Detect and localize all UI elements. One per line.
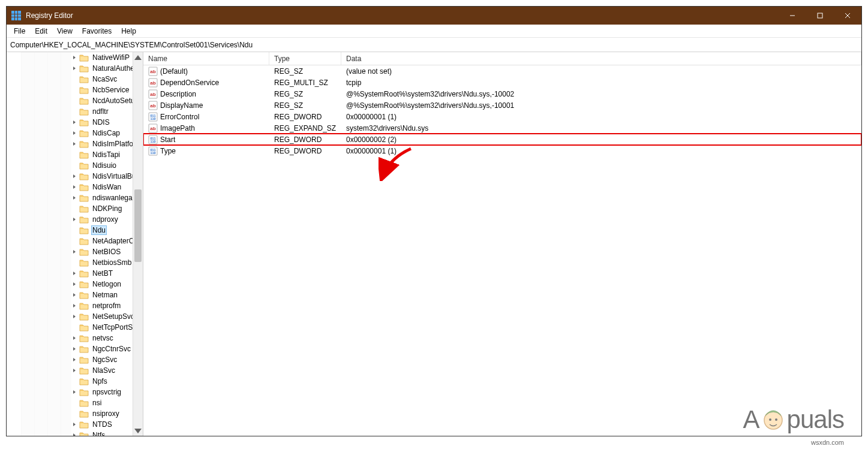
tree-item[interactable]: NetTcpPortSha [7,322,133,333]
expand-twisty-icon[interactable] [71,432,77,436]
folder-icon [79,140,89,148]
table-row[interactable]: (Default)REG_SZ(value not set) [143,65,861,77]
table-row[interactable]: DescriptionREG_SZ@%SystemRoot%\system32\… [143,88,861,100]
tree-item[interactable]: netprofm [7,300,133,311]
tree-item[interactable]: NcdAutoSetup [7,95,133,106]
string-value-icon [148,89,158,99]
tree-item[interactable]: npsvctrig [7,387,133,397]
tree-item[interactable]: Ntfs [7,430,133,436]
maximize-button[interactable] [806,7,834,25]
tree-item[interactable]: NetBIOS [7,246,133,257]
tree-item[interactable]: Netman [7,290,133,300]
tree-item[interactable]: NgcCtnrSvc [7,343,133,354]
expand-twisty-icon[interactable] [71,130,77,136]
tree-item[interactable]: NdisWan [7,182,133,192]
column-header-type[interactable]: Type [269,52,341,65]
menu-edit[interactable]: Edit [30,26,52,37]
tree-item[interactable]: ndfltr [7,106,133,117]
tree-item[interactable]: nsi [7,397,133,408]
list-body[interactable]: (Default)REG_SZ(value not set)DependOnSe… [143,65,861,436]
expand-twisty-icon[interactable] [71,346,77,352]
table-row[interactable]: DisplayNameREG_SZ@%SystemRoot%\system32\… [143,100,861,111]
expand-twisty-icon[interactable] [71,249,77,255]
expand-twisty-icon [71,378,77,384]
tree-item[interactable]: NTDS [7,419,133,430]
expand-twisty-icon[interactable] [71,119,77,125]
scroll-thumb[interactable] [134,189,142,262]
expand-twisty-icon[interactable] [71,303,77,309]
tree-item[interactable]: Netlogon [7,279,133,290]
tree-item[interactable]: Npfs [7,376,133,387]
expand-twisty-icon[interactable] [71,421,77,427]
close-button[interactable] [834,7,861,25]
address-bar[interactable]: Computer\HKEY_LOCAL_MACHINE\SYSTEM\Contr… [7,38,861,52]
tree-item[interactable]: NDIS [7,117,133,128]
menu-file[interactable]: File [9,26,30,37]
tree-item-label: NetTcpPortSha [91,323,133,332]
tree-item[interactable]: netvsc [7,333,133,343]
tree-item-label: ndfltr [91,107,110,116]
menu-help[interactable]: Help [116,26,141,37]
minimize-button[interactable] [779,7,806,25]
expand-twisty-icon[interactable] [71,55,77,61]
tree-item[interactable]: NativeWifiP [7,52,133,63]
expand-twisty-icon[interactable] [71,281,77,287]
tree-item[interactable]: NcbService [7,85,133,95]
tree-item[interactable]: NdisCap [7,128,133,138]
scroll-up-button[interactable] [133,52,143,62]
expand-twisty-icon[interactable] [71,270,77,276]
tree-item[interactable]: NetBT [7,268,133,279]
tree-item[interactable]: NdisImPlatform [7,138,133,149]
titlebar[interactable]: Registry Editor [7,7,861,25]
table-row[interactable]: TypeREG_DWORD0x00000001 (1) [143,145,861,156]
window-title: Registry Editor [26,11,73,20]
column-header-data[interactable]: Data [341,52,861,65]
tree-item[interactable]: ndproxy [7,214,133,225]
table-row[interactable]: ImagePathREG_EXPAND_SZsystem32\drivers\N… [143,122,861,134]
tree-item[interactable]: NgcSvc [7,354,133,365]
tree-item[interactable]: NdisTapi [7,149,133,160]
expand-twisty-icon[interactable] [71,195,77,201]
tree-item-label: NetbiosSmb [91,258,133,267]
table-row[interactable]: StartREG_DWORD0x00000002 (2) [143,134,861,145]
scroll-track[interactable] [133,62,143,426]
expand-twisty-icon [71,162,77,168]
expand-twisty-icon[interactable] [71,216,77,222]
expand-twisty-icon[interactable] [71,173,77,179]
value-name: Start [160,135,175,144]
expand-twisty-icon[interactable] [71,357,77,363]
expand-twisty-icon[interactable] [71,389,77,395]
string-value-icon [148,67,158,76]
tree-item[interactable]: NdisVirtualBus [7,171,133,182]
expand-twisty-icon[interactable] [71,335,77,341]
menu-view[interactable]: View [52,26,77,37]
folder-icon [79,248,89,256]
table-row[interactable]: ErrorControlREG_DWORD0x00000001 (1) [143,111,861,122]
tree-item-label: netvsc [91,334,115,342]
scroll-down-button[interactable] [133,426,143,436]
tree-item[interactable]: NaturalAuthen [7,63,133,74]
value-data: (value not set) [341,67,861,76]
tree-item[interactable]: NlaSvc [7,365,133,376]
tree-item[interactable]: NetbiosSmb [7,257,133,268]
tree-item[interactable]: NetAdapterCx [7,236,133,246]
menu-favorites[interactable]: Favorites [77,26,116,37]
expand-twisty-icon[interactable] [71,141,77,147]
expand-twisty-icon[interactable] [71,292,77,298]
tree-item[interactable]: nsiproxy [7,408,133,419]
expand-twisty-icon[interactable] [71,184,77,190]
tree-scrollbar[interactable] [133,52,143,436]
tree-item[interactable]: Ndu [7,225,133,236]
expand-twisty-icon[interactable] [71,65,77,71]
expand-twisty-icon[interactable] [71,314,77,320]
tree-item[interactable]: NcaSvc [7,74,133,85]
tree-item[interactable]: NetSetupSvc [7,311,133,322]
table-row[interactable]: DependOnServiceREG_MULTI_SZtcpip [143,77,861,88]
column-header-name[interactable]: Name [143,52,269,65]
expand-twisty-icon[interactable] [71,367,77,373]
tree-body[interactable]: NativeWifiPNaturalAuthenNcaSvcNcbService… [7,52,133,436]
tree-item[interactable]: Ndisuio [7,160,133,171]
tree-item-label: NaturalAuthen [91,64,133,73]
tree-item[interactable]: NDKPing [7,203,133,214]
tree-item[interactable]: ndiswanlegacy [7,192,133,203]
